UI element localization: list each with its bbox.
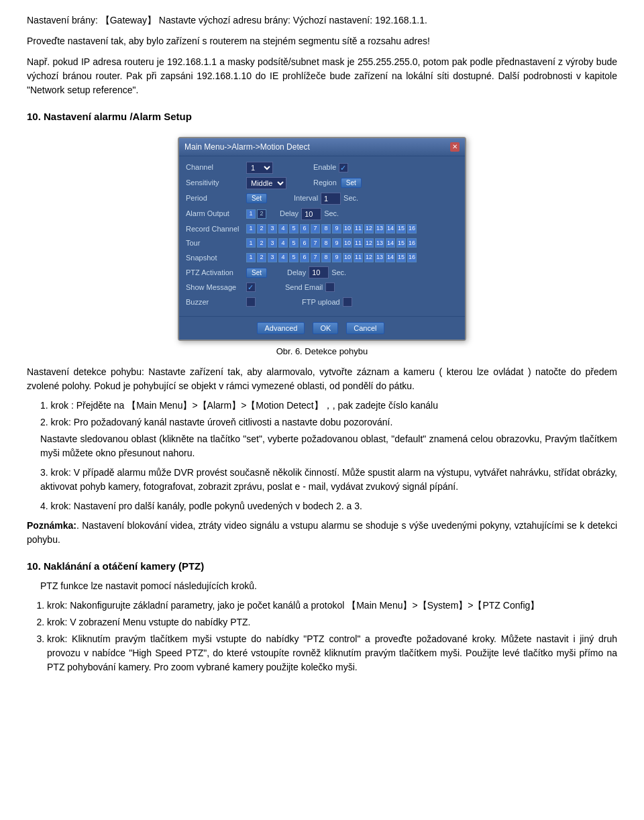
step-3: 3. krok: V případě alarmu může DVR prové… (40, 466, 617, 494)
ptz-set-button[interactable]: Set (246, 268, 267, 278)
enable-label: Enable (313, 162, 336, 173)
ptz-step-3: krok: Kliknutím pravým tlačítkem myši vs… (47, 632, 617, 674)
dialog-row-snapshot: Snapshot 1 2 3 4 5 6 7 8 9 10 11 12 (186, 252, 458, 264)
ptz-activation-label: PTZ Activation (186, 267, 246, 278)
dialog-body: Channel 12 Enable Sensitivity MiddleLowH… (179, 156, 465, 317)
ptz-delay-label: Delay (287, 267, 306, 278)
delay-unit: Sec. (324, 208, 339, 219)
dialog-row-sensitivity: Sensitivity MiddleLowHigh Region Set (186, 177, 458, 189)
dialog-row-period: Period Set Interval Sec. (186, 193, 458, 205)
ftp-upload-checkbox[interactable] (343, 297, 352, 307)
dialog-title-bar: Main Menu->Alarm->Motion Detect ✕ (179, 138, 465, 156)
dialog-row-tour: Tour 1 2 3 4 5 6 7 8 9 10 11 12 1 (186, 238, 458, 249)
advanced-button[interactable]: Advanced (257, 322, 305, 334)
interval-input[interactable] (321, 193, 341, 205)
dialog-row-channel: Channel 12 Enable (186, 162, 458, 174)
intro-paragraph-2: Proveďte nastavení tak, aby bylo zařízen… (27, 34, 617, 48)
figure-caption: Obr. 6. Detekce pohybu (276, 345, 368, 358)
dialog-row-show-message: Show Message Send Email (186, 282, 458, 293)
dialog-title: Main Menu->Alarm->Motion Detect (184, 141, 310, 153)
intro-paragraph-1: Nastavení brány: 【Gateway】 Nastavte vých… (27, 13, 617, 28)
sensitivity-select[interactable]: MiddleLowHigh (246, 177, 286, 189)
delay-label: Delay (280, 208, 299, 219)
step-4: 4. krok: Nastavení pro další kanály, pod… (40, 499, 617, 513)
intro-paragraph-3: Např. pokud IP adresa routeru je 192.168… (27, 55, 617, 97)
ftp-upload-label: FTP upload (302, 297, 340, 308)
alarm-output-label: Alarm Output (186, 208, 246, 219)
step-1: 1. krok : Přejděte na 【Main Menu】>【Alarm… (40, 399, 617, 413)
region-set-button[interactable]: Set (341, 178, 362, 188)
ptz-delay-unit: Sec. (331, 267, 346, 278)
period-label: Period (186, 193, 246, 204)
show-message-checkbox[interactable] (246, 283, 256, 292)
section-10-heading: 10. Nastavení alarmu /Alarm Setup (27, 109, 617, 125)
snapshot-channel-numbers: 1 2 3 4 5 6 7 8 9 10 11 12 13 14 (246, 253, 417, 262)
buzzer-checkbox[interactable] (246, 297, 256, 307)
region-label: Region (313, 177, 337, 189)
intro-text-3: Např. pokud IP adresa routeru je 192.168… (27, 55, 617, 97)
snapshot-label: Snapshot (186, 252, 246, 264)
ptz-steps-list: krok: Nakonfigurujte základní parametry,… (47, 599, 617, 674)
step-2-sub: Nastavte sledovanou oblast (klikněte na … (40, 432, 617, 460)
alarm-output-1[interactable]: 1 (246, 209, 256, 219)
show-message-label: Show Message (186, 282, 246, 293)
channel-select[interactable]: 12 (246, 162, 273, 174)
step-2: 2. krok: Pro požadovaný kanál nastavte ú… (40, 415, 617, 429)
period-set-button[interactable]: Set (246, 193, 267, 203)
cancel-button[interactable]: Cancel (346, 322, 384, 334)
channel-label: Channel (186, 162, 246, 173)
poznamka-bold: Poznámka: (27, 520, 76, 531)
alarm-output-2[interactable]: 2 (257, 209, 266, 219)
dialog-footer: Advanced OK Cancel (179, 316, 465, 340)
intro-text-2: Proveďte nastavení tak, aby bylo zařízen… (27, 34, 617, 48)
poznamka: Poznámka:. Nastavení blokování videa, zt… (27, 519, 617, 547)
enable-checkbox[interactable] (339, 163, 348, 172)
sensitivity-label: Sensitivity (186, 177, 246, 189)
interval-unit: Sec. (343, 193, 358, 204)
record-channel-numbers: 1 2 3 4 5 6 7 8 9 10 11 12 13 14 (246, 224, 417, 234)
ok-button[interactable]: OK (313, 322, 338, 334)
intro-text-1: Nastavení brány: 【Gateway】 Nastavte vých… (27, 13, 617, 28)
interval-label: Interval (294, 193, 318, 204)
buzzer-label: Buzzer (186, 297, 246, 308)
dialog-row-record-channel: Record Channel 1 2 3 4 5 6 7 8 9 10 11 1… (186, 223, 458, 235)
dialog-close-button[interactable]: ✕ (450, 142, 460, 152)
send-email-checkbox[interactable] (325, 283, 335, 292)
dialog-image-container: Main Menu->Alarm->Motion Detect ✕ Channe… (27, 137, 617, 358)
ptz-delay-input[interactable] (309, 266, 329, 278)
send-email-label: Send Email (285, 282, 323, 293)
dialog-row-ptz-activation: PTZ Activation Set Delay Sec. (186, 266, 458, 278)
record-channel-label: Record Channel (186, 223, 246, 235)
tour-channel-numbers: 1 2 3 4 5 6 7 8 9 10 11 12 13 14 (246, 238, 417, 248)
delay-input[interactable] (301, 208, 321, 220)
dialog-row-buzzer: Buzzer FTP upload (186, 297, 458, 308)
tour-label: Tour (186, 238, 246, 249)
motion-detect-dialog: Main Menu->Alarm->Motion Detect ✕ Channe… (178, 137, 466, 342)
ptz-intro: PTZ funkce lze nastavit pomocí následují… (40, 579, 617, 593)
ptz-step-1: krok: Nakonfigurujte základní parametry,… (47, 599, 617, 613)
dialog-row-alarm-output: Alarm Output 1 2 Delay Sec. (186, 208, 458, 220)
section-10-ptz-heading: 10. Naklánání a otáčení kamery (PTZ) (27, 559, 617, 574)
motion-detect-para: Nastavení detekce pohybu: Nastavte zaříz… (27, 365, 617, 393)
ptz-step-2: krok: V zobrazení Menu vstupte do nabídk… (47, 615, 617, 629)
page-content: Nastavení brány: 【Gateway】 Nastavte vých… (27, 13, 617, 674)
